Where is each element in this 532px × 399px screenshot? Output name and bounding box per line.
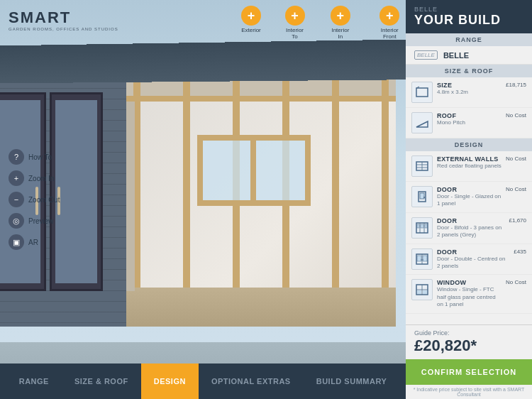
config-door-3-details: DOOR Door - Double - Centred on 2 panels bbox=[437, 248, 509, 270]
door-2-icon bbox=[411, 217, 433, 239]
config-roof-details: ROOF Mono Pitch bbox=[437, 112, 501, 126]
interior-view bbox=[126, 78, 396, 327]
config-walls-price: No Cost bbox=[506, 155, 526, 162]
svg-point-10 bbox=[423, 197, 425, 198]
control-ar[interactable]: ▣ AR bbox=[9, 234, 60, 250]
toolbar-circle-interior-to[interactable]: + bbox=[285, 6, 305, 26]
control-label-preview: Preview bbox=[28, 217, 54, 225]
right-header-title: YOUR BUILD bbox=[414, 13, 523, 28]
control-zoom-out[interactable]: − Zoom Out bbox=[9, 192, 60, 207]
svg-rect-16 bbox=[425, 224, 427, 228]
control-zoom-in[interactable]: + Zoom In bbox=[9, 170, 60, 186]
config-walls: EXTERNAL WALLS Red cedar floating panels… bbox=[406, 151, 532, 182]
config-size: SIZE 4.8m x 3.2m £18,715 bbox=[406, 77, 532, 108]
guide-price-value: £20,820* bbox=[414, 337, 523, 355]
walls-icon bbox=[411, 155, 433, 177]
toolbar-circle-interior-in[interactable]: + bbox=[331, 6, 350, 26]
toolbar-item-interior-front[interactable]: + Interior Front bbox=[374, 6, 406, 40]
config-walls-details: EXTERNAL WALLS Red cedar floating panels bbox=[437, 155, 501, 170]
config-walls-desc: Red cedar floating panels bbox=[437, 163, 501, 170]
config-size-details: SIZE 4.8m x 3.2m bbox=[437, 82, 501, 96]
svg-rect-19 bbox=[417, 256, 421, 261]
svg-rect-15 bbox=[421, 224, 423, 228]
config-size-price: £18,715 bbox=[506, 82, 526, 88]
model-name: BELLE bbox=[443, 51, 469, 60]
zoom-in-icon[interactable]: + bbox=[9, 170, 24, 186]
config-door-3: DOOR Door - Double - Centred on 2 panels… bbox=[406, 244, 532, 275]
svg-rect-20 bbox=[423, 256, 427, 261]
config-door-2-desc: Door - Bifold - 3 panes on 2 panels (Gre… bbox=[437, 224, 505, 239]
config-door-3-price: £435 bbox=[514, 248, 526, 255]
control-how-to[interactable]: ? How To bbox=[9, 149, 60, 165]
door-1-icon bbox=[411, 186, 433, 207]
nav-range[interactable]: RANGE bbox=[6, 364, 62, 399]
guide-price-label: Guide Price: bbox=[414, 329, 523, 337]
confirm-button[interactable]: CONFIRM SELECTION bbox=[406, 359, 532, 385]
toolbar-circle-exterior[interactable]: + bbox=[241, 6, 261, 26]
config-door-1-price: No Cost bbox=[506, 186, 526, 192]
control-label-zoom-out: Zoom Out bbox=[28, 196, 60, 204]
nav-size-roof[interactable]: SIZE & ROOF bbox=[62, 364, 141, 399]
control-label-ar: AR bbox=[28, 239, 38, 246]
toolbar-circle-interior-front[interactable]: + bbox=[379, 6, 399, 26]
config-door-1-details: DOOR Door - Single - Glazed on 1 panel bbox=[437, 186, 501, 208]
config-window: WINDOW Window - Single - FTC half glass … bbox=[406, 275, 532, 313]
ar-icon[interactable]: ▣ bbox=[9, 234, 24, 250]
nav-design[interactable]: DESIGN bbox=[141, 364, 199, 399]
toolbar-label-interior-in: Interior In bbox=[328, 27, 353, 40]
svg-point-22 bbox=[422, 259, 423, 261]
size-icon bbox=[411, 82, 433, 103]
config-window-name: WINDOW bbox=[437, 279, 501, 286]
svg-rect-26 bbox=[417, 290, 421, 294]
section-bar-range: RANGE bbox=[406, 33, 532, 46]
right-header-sub: BELLE bbox=[414, 6, 523, 13]
svg-rect-0 bbox=[416, 88, 428, 97]
config-door-1: DOOR Door - Single - Glazed on 1 panel N… bbox=[406, 182, 532, 213]
preview-icon[interactable]: ◎ bbox=[9, 213, 24, 229]
door-3-icon bbox=[411, 248, 433, 270]
toolbar-item-exterior[interactable]: + Exterior bbox=[241, 6, 261, 40]
control-preview[interactable]: ◎ Preview bbox=[9, 213, 60, 229]
bottom-nav: RANGE SIZE & ROOF DESIGN OPTIONAL EXTRAS… bbox=[0, 364, 406, 399]
config-door-1-desc: Door - Single - Glazed on 1 panel bbox=[437, 193, 501, 208]
disclaimer: * Indicative price subject to site visit… bbox=[406, 385, 532, 399]
zoom-out-icon[interactable]: − bbox=[9, 192, 24, 207]
config-door-3-name: DOOR bbox=[437, 248, 509, 256]
left-controls: ? How To + Zoom In − Zoom Out ◎ Preview … bbox=[9, 149, 60, 250]
roof-icon bbox=[411, 112, 433, 133]
config-roof-name: ROOF bbox=[437, 112, 501, 119]
logo: SMART GARDEN ROOMS, OFFICES AND STUDIOS bbox=[9, 9, 118, 31]
toolbar-item-interior-in[interactable]: + Interior In bbox=[328, 6, 353, 40]
toolbar-label-interior-to: Interior To bbox=[282, 27, 307, 40]
3d-scene: SMART GARDEN ROOMS, OFFICES AND STUDIOS … bbox=[0, 0, 406, 399]
config-roof: ROOF Mono Pitch No Cost bbox=[406, 108, 532, 138]
config-door-2-name: DOOR bbox=[437, 217, 505, 224]
svg-rect-9 bbox=[420, 193, 424, 199]
section-bar-size-roof: SIZE & ROOF bbox=[406, 65, 532, 77]
help-icon[interactable]: ? bbox=[9, 149, 24, 165]
config-roof-desc: Mono Pitch bbox=[437, 119, 501, 126]
toolbar-item-interior-to[interactable]: + Interior To bbox=[282, 6, 307, 40]
config-door-2: DOOR Door - Bifold - 3 panes on 2 panels… bbox=[406, 213, 532, 244]
config-door-2-price: £1,670 bbox=[509, 217, 526, 224]
config-window-price: No Cost bbox=[506, 279, 526, 285]
logo-sub: GARDEN ROOMS, OFFICES AND STUDIOS bbox=[9, 27, 118, 31]
control-label-how-to: How To bbox=[28, 153, 52, 161]
svg-rect-14 bbox=[417, 224, 419, 228]
config-window-desc: Window - Single - FTC half glass pane ce… bbox=[437, 286, 501, 308]
config-scroll: SIZE 4.8m x 3.2m £18,715 ROOF Mono Pitch… bbox=[406, 77, 532, 324]
svg-point-21 bbox=[421, 259, 422, 261]
model-logo: BELLE bbox=[414, 50, 438, 60]
toolbar-label-exterior: Exterior bbox=[241, 27, 261, 33]
nav-build-summary[interactable]: BUILD SUMMARY bbox=[304, 364, 400, 399]
nav-optional-extras[interactable]: OPTIONAL EXTRAS bbox=[199, 364, 304, 399]
top-toolbar: + Exterior + Interior To + Interior In +… bbox=[241, 6, 406, 40]
config-door-1-name: DOOR bbox=[437, 186, 501, 193]
guide-price-section: Guide Price: £20,820* bbox=[406, 324, 532, 359]
config-door-2-details: DOOR Door - Bifold - 3 panes on 2 panels… bbox=[437, 217, 505, 239]
model-row: BELLE BELLE bbox=[406, 46, 532, 65]
roof-panel bbox=[0, 39, 406, 83]
logo-text: SMART bbox=[9, 9, 118, 27]
svg-marker-3 bbox=[416, 121, 428, 127]
right-header: BELLE YOUR BUILD bbox=[406, 0, 532, 33]
